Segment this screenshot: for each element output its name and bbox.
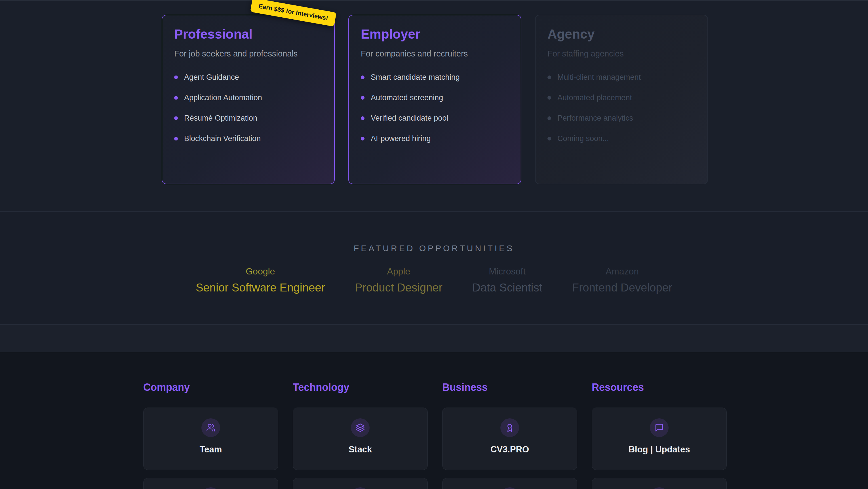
featured-heading: FEATURED OPPORTUNITIES [0,212,868,253]
plan-title: Professional [174,27,322,42]
featured-item-microsoft[interactable]: Microsoft Data Scientist [472,266,542,294]
job-role: Frontend Developer [572,281,673,294]
hidden-icon [650,487,669,489]
footer-card-label: CV3.PRO [491,444,529,455]
featured-item-amazon[interactable]: Amazon Frontend Developer [572,266,673,294]
feature-item: Automated placement [548,94,695,102]
company-name: Amazon [572,266,673,277]
hidden-icon [202,487,220,489]
footer-heading: Resources [592,381,727,393]
job-role: Product Designer [355,281,442,294]
footer-card-partial[interactable] [143,478,278,489]
footer-card-label: Stack [349,444,372,455]
plan-tagline: For job seekers and professionals [174,49,322,59]
footer-column-resources: Resources Blog | Updates [592,381,727,489]
bullet-dot [361,116,365,120]
layers-icon [351,418,370,437]
feature-label: Application Automation [184,94,262,102]
featured-item-apple[interactable]: Apple Product Designer [355,266,442,294]
feature-label: AI-powered hiring [371,135,431,142]
feature-item: Smart candidate matching [361,74,509,81]
award-icon [500,418,519,437]
plan-title: Agency [548,27,695,42]
footer-column-technology: Technology Stack [293,381,428,489]
feature-item: AI-powered hiring [361,135,509,142]
plan-tagline: For companies and recruiters [361,49,509,59]
job-role: Data Scientist [472,281,542,294]
footer-card-label: Team [200,444,222,455]
plan-card-professional[interactable]: Professional For job seekers and profess… [162,15,335,184]
feature-label: Automated placement [557,94,632,102]
bullet-dot [361,137,365,141]
message-icon [650,418,669,437]
bullet-dot [174,116,178,120]
feature-item: Coming soon... [548,135,695,142]
users-icon [202,418,220,437]
plan-tagline: For staffing agencies [548,49,695,59]
company-name: Apple [355,266,442,277]
feature-label: Blockchain Verification [184,135,261,142]
feature-label: Coming soon... [557,135,609,142]
hidden-icon [351,487,370,489]
plan-card-employer[interactable]: Employer For companies and recruiters Sm… [348,15,521,184]
bullet-dot [548,76,551,79]
featured-row: Google Senior Software Engineer Apple Pr… [0,266,868,294]
feature-list: Smart candidate matching Automated scree… [361,74,509,142]
company-name: Microsoft [472,266,542,277]
feature-item: Multi-client management [548,74,695,81]
footer-heading: Company [143,381,278,393]
footer-card-partial[interactable] [592,478,727,489]
feature-label: Smart candidate matching [371,74,460,81]
plans-row: Professional For job seekers and profess… [162,15,708,184]
footer-card-team[interactable]: Team [143,407,278,470]
footer-card-blog[interactable]: Blog | Updates [592,407,727,470]
feature-list: Multi-client management Automated placem… [548,74,695,142]
feature-item: Automated screening [361,94,509,102]
feature-item: Agent Guidance [174,74,322,81]
feature-item: Verified candidate pool [361,114,509,122]
footer-section: Company Team Technology Stack [0,352,868,489]
job-role: Senior Software Engineer [196,281,325,294]
footer-card-partial[interactable] [293,478,428,489]
feature-label: Verified candidate pool [371,114,448,122]
feature-item: Application Automation [174,94,322,102]
bullet-dot [174,76,178,79]
footer-card-stack[interactable]: Stack [293,407,428,470]
plan-card-agency: Agency For staffing agencies Multi-clien… [535,15,708,184]
footer-column-business: Business CV3.PRO [442,381,577,489]
section-divider-strip [0,324,868,352]
featured-section: FEATURED OPPORTUNITIES Google Senior Sof… [0,211,868,324]
footer-grid: Company Team Technology Stack [0,352,868,489]
plans-section: Earn $$$ for Interviews! Professional Fo… [0,0,868,211]
feature-label: Automated screening [371,94,443,102]
bullet-dot [174,137,178,141]
bullet-dot [361,96,365,99]
feature-list: Agent Guidance Application Automation Ré… [174,74,322,142]
feature-label: Agent Guidance [184,74,239,81]
bullet-dot [174,96,178,99]
feature-label: Multi-client management [557,74,641,81]
bullet-dot [361,76,365,79]
footer-card-label: Blog | Updates [628,444,690,455]
feature-item: Blockchain Verification [174,135,322,142]
footer-column-company: Company Team [143,381,278,489]
feature-item: Performance analytics [548,114,695,122]
feature-item: Résumé Optimization [174,114,322,122]
bullet-dot [548,96,551,99]
company-name: Google [196,266,325,277]
hidden-icon [500,487,519,489]
feature-label: Résumé Optimization [184,114,257,122]
plan-title: Employer [361,27,509,42]
featured-item-google[interactable]: Google Senior Software Engineer [196,266,325,294]
feature-label: Performance analytics [557,114,633,122]
footer-heading: Business [442,381,577,393]
footer-heading: Technology [293,381,428,393]
footer-card-cv3pro[interactable]: CV3.PRO [442,407,577,470]
footer-card-partial[interactable] [442,478,577,489]
bullet-dot [548,116,551,120]
bullet-dot [548,137,551,141]
